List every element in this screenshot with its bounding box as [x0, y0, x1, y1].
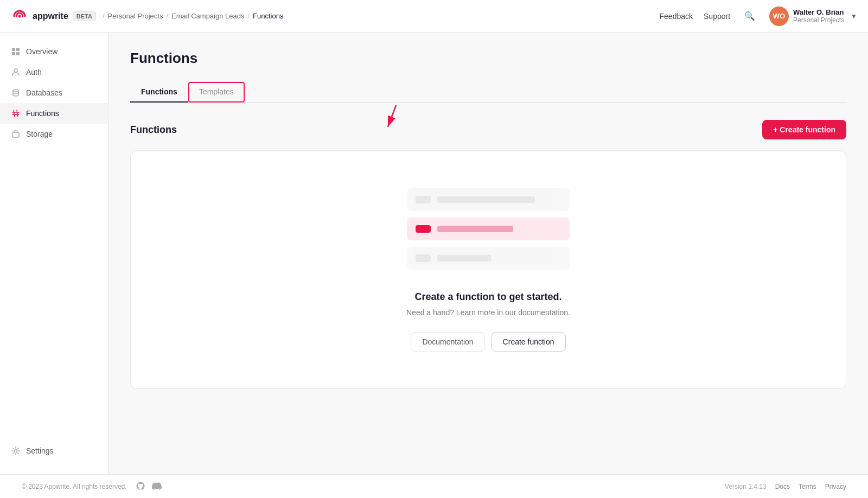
- section-header: Functions + Create function: [130, 120, 846, 139]
- illus-row-3: [407, 247, 570, 270]
- sidebar: Overview Auth Databases Functions Storag…: [0, 33, 108, 474]
- sidebar-label-functions: Functions: [26, 109, 59, 118]
- beta-badge: BETA: [73, 11, 96, 21]
- illus-row-2: [407, 218, 570, 240]
- sidebar-label-storage: Storage: [26, 130, 53, 138]
- logo[interactable]: appwrite BETA: [11, 8, 96, 25]
- illus-line-2: [437, 226, 513, 232]
- footer-version: Version 1.4.13: [725, 483, 767, 490]
- section-title: Functions: [130, 124, 177, 136]
- tab-area: Functions Templates: [130, 82, 846, 103]
- sidebar-item-functions[interactable]: Functions: [0, 103, 108, 124]
- sidebar-item-storage[interactable]: Storage: [0, 124, 108, 144]
- databases-icon: [11, 88, 21, 98]
- sidebar-label-settings: Settings: [26, 446, 54, 455]
- sidebar-label-overview: Overview: [26, 47, 58, 56]
- illus-dot-2: [416, 225, 431, 233]
- user-org: Personal Projects: [793, 16, 844, 24]
- discord-icon[interactable]: [152, 481, 163, 492]
- tab-templates[interactable]: Templates: [188, 82, 245, 103]
- main-layout: Overview Auth Databases Functions Storag…: [0, 33, 868, 474]
- footer-icons: [136, 481, 163, 492]
- empty-actions: Documentation Create function: [411, 332, 565, 352]
- user-menu[interactable]: WO Walter O. Brian Personal Projects ▼: [769, 7, 857, 26]
- user-name: Walter O. Brian: [793, 8, 844, 16]
- main-content: Functions Functions Templates: [108, 33, 868, 474]
- breadcrumb-personal-projects[interactable]: Personal Projects: [108, 12, 163, 20]
- sidebar-item-overview[interactable]: Overview: [0, 41, 108, 62]
- breadcrumb: / Personal Projects / Email Campaign Lea…: [103, 12, 653, 20]
- breadcrumb-sep-1: /: [166, 12, 168, 20]
- documentation-button[interactable]: Documentation: [411, 332, 484, 352]
- svg-rect-8: [12, 132, 19, 137]
- footer-copyright: © 2023 Appwrite. All rights reserved.: [22, 483, 127, 490]
- chevron-down-icon: ▼: [851, 12, 857, 20]
- empty-state-card: Create a function to get started. Need a…: [130, 150, 846, 389]
- overview-icon: [11, 47, 21, 56]
- breadcrumb-sep-0: /: [103, 12, 105, 20]
- user-info: Walter O. Brian Personal Projects: [793, 8, 844, 24]
- svg-rect-4: [12, 52, 15, 55]
- footer-left: © 2023 Appwrite. All rights reserved.: [22, 481, 725, 492]
- create-function-button[interactable]: + Create function: [762, 120, 846, 139]
- sidebar-item-auth[interactable]: Auth: [0, 62, 108, 82]
- settings-icon: [11, 446, 21, 456]
- sidebar-item-settings[interactable]: Settings: [0, 440, 108, 461]
- empty-heading: Create a function to get started.: [414, 291, 561, 303]
- privacy-link[interactable]: Privacy: [825, 483, 846, 490]
- tab-functions[interactable]: Functions: [130, 82, 188, 103]
- avatar: WO: [769, 7, 789, 26]
- illus-dot-3: [416, 254, 431, 262]
- svg-point-1: [18, 15, 21, 17]
- github-icon[interactable]: [136, 481, 146, 492]
- svg-point-7: [13, 90, 18, 92]
- svg-rect-3: [16, 48, 20, 51]
- topnav-actions: Feedback Support 🔍 WO Walter O. Brian Pe…: [660, 7, 857, 26]
- sidebar-label-databases: Databases: [26, 88, 62, 97]
- create-function-empty-button[interactable]: Create function: [492, 332, 566, 352]
- sidebar-label-auth: Auth: [26, 68, 42, 76]
- terms-link[interactable]: Terms: [799, 483, 816, 490]
- footer: © 2023 Appwrite. All rights reserved. Ve…: [0, 474, 868, 498]
- top-navigation: appwrite BETA / Personal Projects / Emai…: [0, 0, 868, 33]
- svg-rect-5: [16, 52, 20, 55]
- app-name: appwrite: [33, 11, 68, 21]
- docs-link[interactable]: Docs: [775, 483, 790, 490]
- illus-dot-1: [416, 196, 431, 203]
- illus-row-1: [407, 188, 570, 211]
- illus-line-3: [437, 255, 492, 261]
- sidebar-item-databases[interactable]: Databases: [0, 82, 108, 103]
- illus-line-1: [437, 196, 535, 203]
- breadcrumb-functions[interactable]: Functions: [253, 12, 283, 20]
- empty-subtext: Need a hand? Learn more in our documenta…: [406, 308, 570, 317]
- support-link[interactable]: Support: [704, 12, 730, 21]
- breadcrumb-email-campaign[interactable]: Email Campaign Leads: [171, 12, 244, 20]
- auth-icon: [11, 67, 21, 77]
- functions-icon: [11, 108, 21, 118]
- footer-right: Version 1.4.13 Docs Terms Privacy: [725, 483, 846, 490]
- tabs: Functions Templates: [130, 82, 846, 103]
- search-icon[interactable]: 🔍: [741, 8, 758, 25]
- empty-illustration: [407, 188, 570, 270]
- svg-point-9: [15, 450, 17, 452]
- breadcrumb-sep-2: /: [247, 12, 250, 20]
- appwrite-logo-icon: [11, 8, 28, 25]
- svg-rect-2: [12, 48, 15, 51]
- storage-icon: [11, 129, 21, 139]
- feedback-link[interactable]: Feedback: [660, 12, 693, 21]
- page-title: Functions: [130, 50, 846, 67]
- svg-point-6: [14, 69, 17, 72]
